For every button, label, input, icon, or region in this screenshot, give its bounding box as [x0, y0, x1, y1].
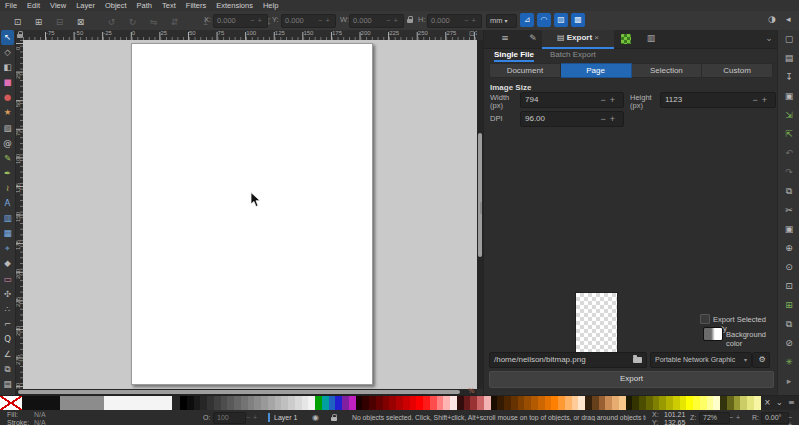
- tab-batch-export[interactable]: Batch Export: [550, 50, 596, 59]
- text-tool[interactable]: A: [1, 196, 14, 211]
- tab-overflow-icon[interactable]: ⌄: [762, 33, 776, 43]
- layers-dialog-icon[interactable]: ≡: [498, 33, 512, 43]
- menu-filters[interactable]: Filters: [181, 0, 211, 11]
- save-document-icon[interactable]: ↧: [780, 68, 798, 87]
- palette-swatch[interactable]: [572, 396, 579, 410]
- unlink-clone-icon[interactable]: ⊘: [780, 334, 798, 353]
- rotation-field[interactable]: 0.00°: [761, 412, 789, 424]
- snapping-toggle-icon[interactable]: %: [468, 387, 475, 395]
- opacity-spinners[interactable]: −+: [246, 414, 260, 421]
- palette-swatch[interactable]: [545, 396, 552, 410]
- palette-swatch[interactable]: [713, 396, 720, 410]
- width-field[interactable]: 794 −+: [520, 92, 624, 108]
- palette-swatch[interactable]: [457, 396, 464, 410]
- export-settings-button[interactable]: ⚙: [752, 352, 770, 368]
- palette-swatch[interactable]: [443, 396, 450, 410]
- palette-swatch[interactable]: [740, 396, 747, 410]
- palette-swatch[interactable]: [518, 396, 525, 410]
- palette-swatch[interactable]: [200, 396, 207, 410]
- palette-swatch[interactable]: [693, 396, 700, 410]
- vscroll-thumb[interactable]: [478, 133, 482, 257]
- palette-swatch[interactable]: [356, 396, 363, 410]
- flip-vertical-icon[interactable]: ⇵: [165, 13, 184, 31]
- palette-swatch[interactable]: [430, 396, 437, 410]
- palette-swatch[interactable]: [450, 396, 457, 410]
- palette-swatch[interactable]: [322, 396, 329, 410]
- palette-swatch[interactable]: [221, 396, 228, 410]
- deselect-icon[interactable]: ⊟: [50, 13, 69, 31]
- palette-swatch[interactable]: [295, 396, 302, 410]
- palette-swatch[interactable]: [619, 396, 626, 410]
- node-tool[interactable]: ◇: [1, 45, 14, 60]
- palette-swatch[interactable]: [396, 396, 403, 410]
- zoom-field[interactable]: 72%: [699, 412, 730, 424]
- select-all-icon[interactable]: ⊡: [8, 13, 27, 31]
- hruler[interactable]: -75-50-250255075100125150175200225250275…: [23, 30, 477, 40]
- palette-swatch[interactable]: [734, 396, 741, 410]
- palette-swatch[interactable]: [747, 396, 754, 410]
- palette-swatch[interactable]: [511, 396, 518, 410]
- palette-swatch[interactable]: [180, 396, 187, 410]
- objects-dialog-icon[interactable]: ▥: [644, 33, 658, 43]
- box3d-tool[interactable]: ▧: [1, 121, 14, 136]
- undo-icon[interactable]: ↶: [780, 144, 798, 163]
- export-icon[interactable]: ⇱: [780, 125, 798, 144]
- palette-swatch[interactable]: [578, 396, 585, 410]
- palette-swatch[interactable]: [700, 396, 707, 410]
- paste-icon[interactable]: ▣: [780, 220, 798, 239]
- menu-file[interactable]: File: [0, 0, 22, 11]
- zoom-spinners[interactable]: −+: [729, 414, 743, 421]
- hscroll-thumb[interactable]: [18, 390, 460, 394]
- palette-swatch[interactable]: [369, 396, 376, 410]
- rotate-ccw-icon[interactable]: ↺: [102, 13, 121, 31]
- palette-swatch[interactable]: [605, 396, 612, 410]
- palette-swatch[interactable]: [686, 396, 693, 410]
- palette-swatch[interactable]: [632, 396, 639, 410]
- background-color-swatch[interactable]: [703, 327, 723, 341]
- palette-swatch[interactable]: [261, 396, 268, 410]
- lock-ratio-icon[interactable]: [407, 19, 413, 23]
- palette-swatch[interactable]: [504, 396, 511, 410]
- menu-help[interactable]: Help: [258, 0, 283, 11]
- palette-swatch[interactable]: [376, 396, 383, 410]
- pages-tool[interactable]: ⧉: [1, 362, 14, 377]
- layer-visibility-icon[interactable]: ◉: [312, 413, 319, 422]
- palette-swatch[interactable]: [612, 396, 619, 410]
- snap-toggle-icon[interactable]: ✳: [780, 353, 798, 372]
- select-all-layers-icon[interactable]: ⊞: [29, 13, 48, 31]
- canvas[interactable]: [23, 40, 477, 389]
- x-field[interactable]: 0.000−+: [213, 14, 268, 28]
- palette-swatch[interactable]: [241, 396, 248, 410]
- scale-corners-toggle[interactable]: ◠: [537, 13, 551, 27]
- palette-swatch[interactable]: [653, 396, 660, 410]
- white-swatch[interactable]: [104, 396, 172, 410]
- menu-path[interactable]: Path: [132, 0, 157, 11]
- gradient-tool[interactable]: ▥: [1, 211, 14, 226]
- area-tab-page[interactable]: Page: [561, 63, 632, 78]
- pen-tool[interactable]: ✒: [1, 166, 14, 181]
- menu-edit[interactable]: Edit: [22, 0, 45, 11]
- palette-swatch[interactable]: [720, 396, 727, 410]
- tab-single-file[interactable]: Single File: [494, 50, 534, 62]
- zoom-page-icon[interactable]: ⊡: [780, 277, 798, 296]
- palette-swatch[interactable]: [551, 396, 558, 410]
- palette-swatch[interactable]: [302, 396, 309, 410]
- palette-swatch[interactable]: [342, 396, 349, 410]
- palette-swatch[interactable]: [403, 396, 410, 410]
- duplicate-icon[interactable]: ⊞: [780, 296, 798, 315]
- palette-swatch[interactable]: [423, 396, 430, 410]
- palette-swatch[interactable]: [470, 396, 477, 410]
- format-dropdown[interactable]: Portable Network Graphic (*.png) ▾: [650, 352, 752, 368]
- spiral-tool[interactable]: @: [1, 136, 14, 151]
- height-field[interactable]: 1123 −+: [660, 92, 776, 108]
- cut-icon[interactable]: ✂: [780, 201, 798, 220]
- palette-swatch[interactable]: [416, 396, 423, 410]
- y-field[interactable]: 0.000−+: [281, 14, 336, 28]
- palette-swatch[interactable]: [410, 396, 417, 410]
- measure-tool[interactable]: ∠: [1, 347, 14, 362]
- layer-selector[interactable]: Layer 1: [274, 414, 297, 421]
- rotation-spinners[interactable]: −+: [788, 414, 799, 425]
- palette-swatch[interactable]: [362, 396, 369, 410]
- export-selected-checkbox[interactable]: [700, 314, 710, 324]
- area-tab-document[interactable]: Document: [489, 63, 561, 78]
